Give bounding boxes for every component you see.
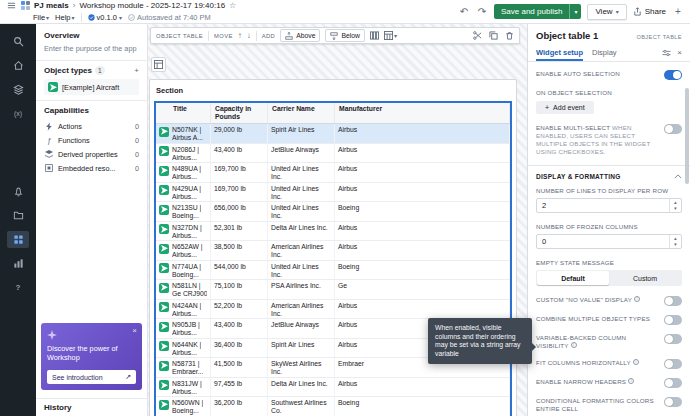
column-header[interactable]: Carrier Name (268, 103, 335, 123)
notifications-icon[interactable] (7, 183, 29, 200)
folder-icon[interactable] (7, 207, 29, 224)
capability-item-derived-properties[interactable]: Derived properties0 (44, 147, 139, 161)
display-formatting-section[interactable]: DISPLAY & FORMATTING (536, 173, 682, 180)
table-row[interactable]: N774UA |Boeing...544,000 lbUnited Air Li… (156, 261, 510, 281)
table-body: N507NK |Airbus A...29,000 lbSpirit Air L… (156, 124, 510, 416)
column-header[interactable]: Capacity in Pounds (211, 103, 268, 123)
tab-widget-setup[interactable]: Widget setup (536, 44, 583, 61)
toggle-switch[interactable] (664, 334, 682, 344)
close-panel-icon[interactable]: × (677, 48, 682, 57)
manufacturer-cell: Boeing (335, 202, 510, 221)
table-widget-icon[interactable]: ▾ (384, 31, 397, 40)
module-app-icon[interactable] (21, 1, 30, 10)
table-row[interactable]: N489UA |Airbus...169,700 lbUnited Air Li… (156, 163, 510, 183)
aircraft-object-icon (159, 224, 169, 234)
table-row[interactable]: N213SU |Boeing...656,000 lbUnited Air Li… (156, 202, 510, 222)
view-button[interactable]: View▾ (587, 4, 626, 20)
capacity-cell: 169,700 lb (211, 183, 268, 202)
save-and-publish-button[interactable]: Save and publish ▾ (494, 4, 581, 19)
enable-auto-selection-toggle[interactable] (664, 70, 682, 80)
chart-icon[interactable] (7, 255, 29, 272)
redo-icon[interactable]: ↷ (476, 5, 488, 19)
home-icon[interactable] (7, 57, 29, 74)
share-button[interactable]: Share (633, 7, 666, 16)
number-stepper[interactable]: ▲▼ (669, 199, 681, 212)
help-icon[interactable]: ? (7, 279, 29, 296)
table-row[interactable]: N2086J |Airbus...43,400 lbJetBlue Airway… (156, 144, 510, 164)
close-icon[interactable]: × (132, 326, 137, 335)
breadcrumb-app-name[interactable]: PJ meals (34, 1, 69, 10)
object-type-item[interactable]: [Example] Aircraft (44, 79, 139, 95)
widget-toolbar: OBJECT TABLE MOVE ↑ ↓ ADD Above Below ▾ (150, 27, 520, 44)
undo-icon[interactable]: ↶ (458, 5, 470, 19)
table-row[interactable]: N831JW |Airbus...97,455 lbDelta Air Line… (156, 378, 510, 398)
add-above-button[interactable]: Above (280, 29, 320, 42)
table-row[interactable]: N652AW |Airbus...38,500 lbAmerican Airli… (156, 241, 510, 261)
capability-label: Embedded reso... (58, 164, 116, 173)
table-row[interactable]: N424AN |Airbus...52,200 lbAmerican Airli… (156, 300, 510, 320)
table-row[interactable]: N507NK |Airbus A...29,000 lbSpirit Air L… (156, 124, 510, 144)
apps-icon[interactable] (7, 231, 29, 248)
columns-layout-icon[interactable] (370, 31, 379, 40)
lines-per-row-input[interactable]: 2 ▲▼ (536, 198, 682, 213)
segment-default[interactable]: Default (537, 271, 609, 285)
table-row[interactable]: N429UA |Airbus...169,700 lbUnited Air Li… (156, 183, 510, 203)
toggle-switch[interactable] (664, 378, 682, 388)
panel-scrollbar[interactable] (685, 88, 689, 184)
capability-count: 0 (135, 122, 139, 131)
capacity-cell: 29,000 lb (211, 124, 268, 143)
section-widget-chip[interactable] (151, 57, 166, 72)
version-badge[interactable]: v0.1.0▾ (88, 13, 122, 22)
add-event-button[interactable]: + Add event (536, 101, 594, 114)
capability-item-embedded-reso-[interactable]: Embedded reso...0 (44, 161, 139, 175)
see-introduction-button[interactable]: See introduction ↗ (47, 370, 136, 384)
toggle-switch[interactable] (664, 315, 682, 325)
save-options-caret[interactable]: ▾ (569, 4, 581, 19)
capability-item-functions[interactable]: ƒFunctions0 (44, 133, 139, 147)
duplicate-icon[interactable] (489, 31, 498, 40)
title-cell: N581LN |Ge CRJ900 (156, 280, 211, 299)
add-object-type-icon[interactable]: + (134, 67, 139, 75)
frozen-columns-input[interactable]: 0 ▲▼ (536, 234, 682, 249)
table-row[interactable]: N581LN |Ge CRJ90075,100 lbPSA Airlines I… (156, 280, 510, 300)
table-row[interactable]: N327DN |Airbus...52,301 lbDelta Air Line… (156, 222, 510, 242)
table-row[interactable]: N560WN |Boeing...36,200 lbSouthwest Airl… (156, 397, 510, 416)
capabilities-title: Capabilities (44, 106, 139, 115)
overview-title[interactable]: Overview (44, 31, 139, 40)
capabilities-list: Actions0ƒFunctions0Derived properties0Em… (44, 119, 139, 175)
add-below-button[interactable]: Below (325, 29, 365, 42)
widget-title[interactable]: Object table 1 (536, 30, 598, 41)
enable-multi-select-toggle[interactable] (664, 124, 682, 134)
hamburger-menu-icon[interactable] (5, 0, 17, 13)
section-container[interactable]: Section TitleCapacity in PoundsCarrier N… (149, 79, 517, 416)
tab-display[interactable]: Display (592, 44, 617, 61)
move-down-icon[interactable]: ↓ (247, 31, 251, 40)
function-icon[interactable]: (x) (7, 105, 29, 122)
column-header[interactable]: Manufacturer (335, 103, 510, 123)
purpose-input[interactable]: Enter the purpose of the app (44, 44, 139, 53)
setting-row: FIT COLUMNS HORIZONTALLYi (536, 359, 682, 369)
toggle-switch[interactable] (664, 397, 682, 407)
object-types-title[interactable]: Object types (44, 66, 92, 75)
file-menu[interactable]: File▾ (33, 13, 49, 22)
toggle-switch[interactable] (664, 359, 682, 369)
stack-icon[interactable] (7, 81, 29, 98)
add-icon[interactable]: + (672, 5, 684, 19)
help-menu[interactable]: Help▾ (55, 13, 74, 22)
segment-custom[interactable]: Custom (609, 271, 681, 285)
object-table-widget[interactable]: TitleCapacity in PoundsCarrier NameManuf… (154, 101, 512, 416)
capability-item-actions[interactable]: Actions0 (44, 119, 139, 133)
column-header[interactable]: Title (156, 103, 211, 123)
number-stepper[interactable]: ▲▼ (669, 235, 681, 248)
favorite-star-icon[interactable]: ☆ (229, 1, 236, 10)
search-icon[interactable] (7, 33, 29, 50)
setting-tooltip: When enabled, visible columns and their … (428, 318, 532, 364)
variables-icon[interactable] (662, 49, 671, 57)
module-title[interactable]: Workshop module - 2025-12-17 19:40:16 (79, 1, 225, 10)
toggle-switch[interactable] (664, 296, 682, 306)
cut-icon[interactable] (473, 31, 482, 40)
history-section[interactable]: History (36, 398, 147, 416)
delete-icon[interactable] (505, 31, 514, 40)
aircraft-object-icon (159, 146, 169, 156)
move-up-icon[interactable]: ↑ (238, 31, 242, 40)
